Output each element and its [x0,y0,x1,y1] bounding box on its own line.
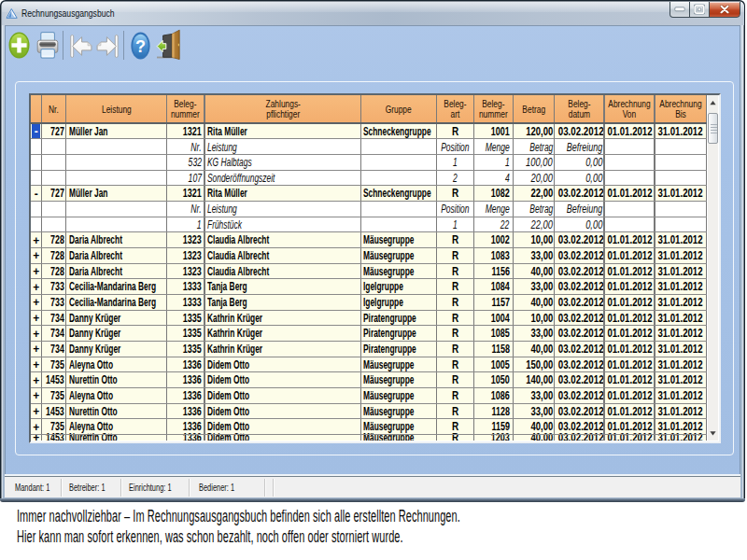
svg-text:?: ? [135,36,146,55]
